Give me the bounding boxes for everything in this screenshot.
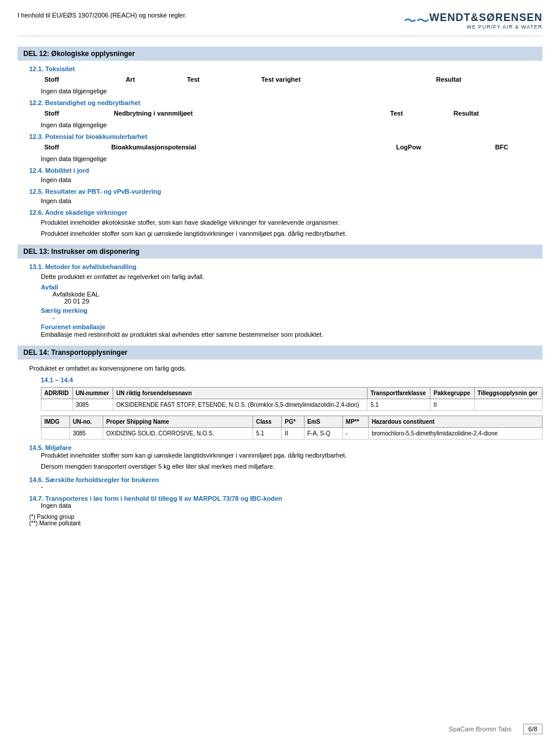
miljofare-text1: Produktet inneholder stoffer som kan gi … — [41, 451, 542, 460]
section-14-header: DEL 14: Transportopplysninger — [18, 346, 542, 360]
toksisitet-ingen-data: Ingen data tilgjengelige — [41, 88, 542, 95]
imdg-cell-mp: - — [342, 427, 368, 439]
subsection-13-1-title: 13.1. Metoder for avfallsbehandling — [29, 263, 542, 270]
adr-cell-tillegg — [474, 399, 542, 410]
miljofare-text2: Dersom mengden transportert overstiger 5… — [41, 462, 542, 471]
adr-cell-name — [41, 399, 73, 410]
footnote2: (**) Marine pollutant — [29, 520, 542, 526]
col-stoff3: Stoff — [41, 142, 108, 152]
imdg-col-shipping: Proper Shipping Name — [103, 416, 253, 427]
adr-cell-pakke: II — [430, 399, 474, 410]
col-stoff2: Stoff — [41, 109, 110, 118]
section-13-header: DEL 13: Instrukser om disponering — [18, 245, 542, 259]
subsection-12-1-title: 12.1. Toksisitet — [29, 65, 542, 72]
imdg-col-class: Class — [253, 416, 281, 427]
col-test2: Test — [387, 109, 450, 118]
skadelige-text1: Produktet inneholder økotoksiske stoffer… — [41, 218, 542, 227]
imdg-col-hazardous: Hazardous constituent — [369, 416, 542, 427]
imdg-table: IMDG UN-no. Proper Shipping Name Class P… — [41, 416, 542, 439]
marpol-ingen-data: Ingen data — [41, 502, 542, 509]
subsection-12-6: 12.6. Andre skadelige virkninger Produkt… — [29, 209, 542, 239]
imdg-cell-ems: F-A, S-Q — [304, 427, 342, 439]
imdg-cell-shipping: OXIDIZING SOLID, CORROSIVE, N.O.S. — [103, 427, 253, 439]
bestandighet-ingen-data: Ingen data tilgjengelige — [41, 121, 542, 128]
col-stoff: Stoff — [41, 75, 122, 84]
subsection-14-7-title: 14.7. Transporteres i løs form i henhold… — [29, 495, 542, 502]
imdg-col-un: UN-no. — [69, 416, 103, 427]
footer-page-number: 6/8 — [523, 724, 542, 734]
saerskilte-value: - — [41, 483, 542, 490]
page-footer: SpaCare Bromin Tabs 6/8 — [449, 724, 542, 734]
adr-cell-transport: 5.1 — [368, 399, 430, 410]
subsection-12-4-title: 12.4. Mobilitet i jord — [29, 167, 542, 174]
forurenet-text: Emballasje med restinnhold av produktet … — [41, 330, 542, 339]
imdg-cell-class: 5.1 — [253, 427, 281, 439]
col-test-varighet: Test varighet — [258, 75, 433, 84]
subsection-12-6-title: 12.6. Andre skadelige virkninger — [29, 209, 542, 216]
forurenet-label: Forurenet emballasje — [41, 323, 542, 330]
imdg-col-name: IMDG — [41, 416, 70, 427]
col-resultat2: Resultat — [450, 109, 554, 118]
footer-product-name: SpaCare Bromin Tabs — [449, 725, 511, 732]
footnote1: (*) Packing group — [29, 514, 542, 520]
imdg-col-mp: MP** — [342, 416, 368, 427]
section-14-sub-range: 14.1 – 14.4 — [41, 376, 542, 383]
adr-row: 3085 OKSIDERENDE FAST STOFF, ETSENDE, N.… — [41, 399, 542, 410]
adr-cell-un: 3085 — [72, 399, 113, 410]
logo-waves-icon: 〜〜 — [404, 12, 429, 30]
imdg-cell-hazardous: bromochloro-5,5-dimethylimidazolidine-2,… — [369, 427, 542, 439]
section14-intro: Produktet er omfattet av konvensjonene o… — [29, 364, 542, 373]
header-text: I henhold til EU/EØS 1907/2006 (REACH) o… — [18, 12, 187, 19]
imdg-cell-un: 3085 — [69, 427, 103, 439]
col-resultat: Resultat — [432, 75, 554, 84]
subsection-12-4: 12.4. Mobilitet i jord Ingen data — [29, 167, 542, 183]
subsection-12-5-title: 12.5. Resultater av PBT- og vPvB-vurderi… — [29, 188, 542, 195]
logo-company-name: WENDT&SØRENSEN — [429, 12, 542, 24]
avfall-intro-text: Dette produktet er omfattet av regelverk… — [41, 273, 542, 281]
subsection-14-6: 14.6. Særskilte forholdsregler for bruke… — [29, 476, 542, 490]
col-test: Test — [183, 75, 257, 84]
saerlig-value: - — [52, 314, 542, 321]
adr-col-tillegg: Tilleggsopplysnin ger — [474, 387, 542, 399]
adr-col-pakke: Pakkegruppe — [430, 387, 474, 399]
imdg-col-pg: PG* — [282, 416, 304, 427]
subsection-14-6-title: 14.6. Særskilte forholdsregler for bruke… — [29, 476, 542, 483]
adr-col-transport: Transportfareklasse — [368, 387, 430, 399]
subsection-14-7: 14.7. Transporteres i løs form i henhold… — [29, 495, 542, 509]
imdg-cell-name — [41, 427, 70, 439]
adr-rid-table: ADR/RID UN-nummer UN riktig forsendelses… — [41, 387, 542, 411]
toksisitet-table: Stoff Art Test Test varighet Resultat — [41, 75, 554, 84]
subsection-14-5-title: 14.5. Miljøfare — [29, 444, 542, 451]
subsection-12-3: 12.3. Potensial for bioakkumulerbarhet S… — [29, 133, 542, 162]
logo-tagline: WE PURIFY AIR & WATER — [429, 24, 542, 30]
section-12-header: DEL 12: Økologiske opplysninger — [18, 47, 542, 61]
subsection-12-5: 12.5. Resultater av PBT- og vPvB-vurderi… — [29, 188, 542, 204]
col-nedbrytning: Nedbrytning i vannmiljøet — [110, 109, 387, 118]
adr-col-shipping: UN riktig forsendelsesnavn — [113, 387, 368, 399]
saerlig-label: Særlig merking — [41, 307, 542, 314]
mobilitet-ingen-data: Ingen data — [41, 176, 542, 183]
adr-col-name: ADR/RID — [41, 387, 73, 399]
imdg-cell-pg: II — [282, 427, 304, 439]
imdg-col-ems: EmS — [304, 416, 342, 427]
imdg-row: 3085 OXIDIZING SOLID, CORROSIVE, N.O.S. … — [41, 427, 542, 439]
subsection-13-1: 13.1. Metoder for avfallsbehandling Dett… — [29, 263, 542, 340]
subsection-12-2-title: 12.2. Bestandighet og nedbrytbarhet — [29, 99, 542, 106]
bioakk-table: Stoff Bioakkumulasjonspotensial LogPow B… — [41, 142, 554, 152]
subsection-14-5: 14.5. Miljøfare Produktet inneholder sto… — [29, 444, 542, 472]
page-header: I henhold til EU/EØS 1907/2006 (REACH) o… — [18, 12, 542, 36]
avfall-label: Avfall — [41, 284, 542, 291]
subsection-12-3-title: 12.3. Potensial for bioakkumulerbarhet — [29, 133, 542, 140]
avfallskode-value: 20 01 29 — [64, 298, 542, 305]
col-logpow: LogPow — [393, 142, 492, 152]
skadelige-text2: Produktet inneholder stoffer som kan gi … — [41, 229, 542, 238]
avfallskode-label: Avfallskode EAL — [52, 291, 542, 298]
bioakk-ingen-data: Ingen data tilgjengelige — [41, 155, 542, 162]
adr-cell-shipping: OKSIDERENDE FAST STOFF, ETSENDE, N.O.S. … — [113, 399, 368, 410]
adr-col-un: UN-nummer — [72, 387, 113, 399]
pbt-ingen-data: Ingen data — [41, 197, 542, 204]
subsection-12-2: 12.2. Bestandighet og nedbrytbarhet Stof… — [29, 99, 542, 128]
bestandighet-table: Stoff Nedbrytning i vannmiljøet Test Res… — [41, 109, 554, 118]
subsection-12-1: 12.1. Toksisitet Stoff Art Test Test var… — [29, 65, 542, 95]
col-bfc: BFC — [492, 142, 554, 152]
